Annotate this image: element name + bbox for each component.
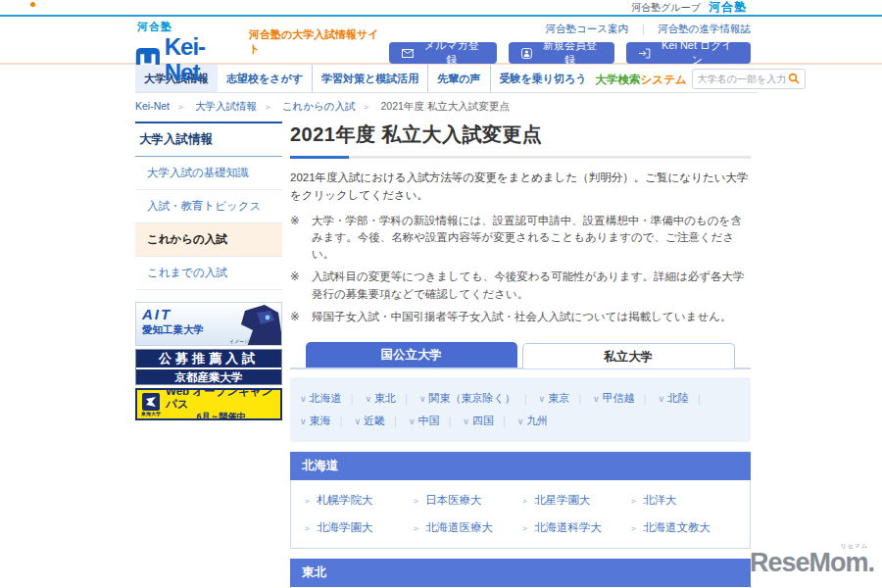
sidebar-menu-item[interactable]: 入試・教育トピックス bbox=[135, 190, 282, 223]
region-link[interactable]: 東京 bbox=[539, 392, 590, 404]
chevron-right-icon bbox=[629, 494, 643, 506]
note-item: 入試科目の変更等につきましても、今後変わる可能性があります。詳細は必ず各大学発行… bbox=[290, 269, 751, 303]
member-register-button[interactable]: 新規会員登録 bbox=[509, 42, 614, 64]
university-link[interactable]: 北洋大 bbox=[629, 493, 738, 508]
page: 河合塾グループ 河合塾 河合塾 Kei-Net 河合塾の大学入試情報サ bbox=[0, 0, 882, 588]
intro-text: 2021年度入試における入試方法等の変更をまとめました（判明分）。ご覧になりたい… bbox=[290, 170, 751, 205]
kawaijuku-logo-link[interactable]: 河合塾 bbox=[709, 0, 747, 16]
site-header: 河合塾 Kei-Net 河合塾の大学入試情報サイト 河合塾コース案内 ｜ bbox=[0, 17, 882, 65]
sidebar-menu-item[interactable]: これまでの入試 bbox=[135, 257, 282, 290]
banner-aichi-institute[interactable]: AIT 愛知工業大学 イメージキャラクター bbox=[135, 302, 282, 346]
university-search: 大学検索システム bbox=[596, 69, 806, 89]
university-link[interactable]: 北星学園大 bbox=[520, 493, 629, 508]
chevron-down-icon bbox=[593, 392, 603, 404]
tokai-university-label: 東海大学 bbox=[141, 411, 161, 416]
nav-item[interactable]: 先輩の声 bbox=[428, 65, 490, 92]
group-label: 河合塾グループ bbox=[631, 1, 701, 15]
link-separator: ｜ bbox=[638, 23, 648, 34]
chevron-down-icon bbox=[365, 392, 374, 404]
breadcrumb-item[interactable]: これからの入試 bbox=[282, 100, 378, 112]
chevron-right-icon bbox=[412, 521, 425, 533]
note-marker bbox=[290, 269, 312, 303]
breadcrumb-item[interactable]: 大学入試情報 bbox=[195, 100, 279, 112]
region-link[interactable]: 中国 bbox=[409, 415, 460, 426]
note-item: 大学・学部・学科の新設情報には、設置認可申請中、設置構想中・準備中のものを含みま… bbox=[290, 213, 751, 264]
breadcrumb-item[interactable]: 2021年度 私立大入試変更点 bbox=[381, 100, 510, 112]
person-icon bbox=[521, 48, 532, 59]
tab-private[interactable]: 私立大学 bbox=[522, 343, 736, 368]
university-link[interactable]: 日本医療大 bbox=[412, 493, 520, 508]
chevron-down-icon bbox=[354, 415, 364, 426]
header-links: 河合塾コース案内 ｜ 河合塾の進学情報誌 bbox=[546, 23, 751, 36]
region-link[interactable]: 北海道 bbox=[300, 392, 362, 404]
university-link[interactable]: 札幌学院大 bbox=[303, 493, 412, 508]
chevron-down-icon bbox=[463, 415, 472, 426]
login-icon bbox=[639, 48, 651, 59]
banner-web-open-campus[interactable]: 東海大学 Web オープンキャンパス 6月～開催中 bbox=[135, 388, 282, 420]
search-system-label-green: 大学検索 bbox=[596, 74, 641, 85]
university-link[interactable]: 北海道科学大 bbox=[520, 520, 629, 535]
resemom-watermark: リセマム ReseMom. bbox=[750, 548, 874, 578]
kyoto-university-name: 京都産業大学 bbox=[136, 368, 281, 385]
region-filter: 北海道 東北 関東（東京除く） 東京 甲信越 北陸 東海 近畿 中国 bbox=[290, 377, 751, 442]
login-label: Kei Net ログイン bbox=[657, 38, 738, 68]
keinet-logo-text: Kei-Net bbox=[165, 34, 239, 85]
nav-item[interactable]: 受験を乗り切ろう bbox=[491, 65, 596, 92]
note-marker bbox=[290, 309, 312, 325]
university-list-hokkaido: 札幌学院大 日本医療大 北星学園大 北洋大 北海学園大 北海道医療大 北海道科学… bbox=[290, 480, 751, 549]
main-content: 2021年度 私立大入試変更点 2021年度入試における入試方法等の変更をまとめ… bbox=[290, 122, 751, 588]
web-open-campus-title: Web オープンキャンパス bbox=[166, 388, 276, 411]
sidebar-title: 大学入試情報 bbox=[135, 122, 282, 157]
university-type-tabs: 国公立大学 私立大学 bbox=[290, 342, 751, 369]
tokai-university-icon bbox=[142, 393, 160, 411]
search-icon[interactable] bbox=[788, 73, 800, 84]
chevron-down-icon bbox=[517, 415, 527, 426]
search-system-label-orange: システム bbox=[641, 74, 687, 85]
sidebar: 大学入試情報 大学入試の基礎知識 入試・教育トピックス これからの入試 これまで… bbox=[135, 122, 282, 588]
region-link[interactable]: 近畿 bbox=[354, 415, 405, 426]
region-link[interactable]: 関東（東京除く） bbox=[419, 392, 536, 404]
brand-kawaijuku-label: 河合塾 bbox=[137, 20, 239, 34]
member-register-label: 新規会員登録 bbox=[538, 38, 602, 68]
chevron-down-icon bbox=[539, 392, 549, 404]
course-guide-link[interactable]: 河合塾コース案内 bbox=[546, 23, 629, 34]
kyoto-banner-title: 公募推薦入試 bbox=[136, 350, 281, 368]
section-header-hokkaido: 北海道 bbox=[290, 452, 751, 480]
region-link[interactable]: 九州 bbox=[517, 415, 549, 426]
region-link[interactable]: 四国 bbox=[463, 415, 514, 426]
sidebar-menu-item[interactable]: これからの入試 bbox=[135, 223, 282, 257]
page-title: 2021年度 私立大入試変更点 bbox=[290, 122, 751, 148]
web-open-campus-period: 6月～開催中 bbox=[196, 411, 245, 420]
mail-icon bbox=[402, 49, 414, 58]
breadcrumb-item[interactable]: Kei-Net bbox=[135, 100, 192, 112]
group-topbar: 河合塾グループ 河合塾 bbox=[0, 0, 882, 17]
university-link[interactable]: 北海学園大 bbox=[303, 520, 412, 535]
region-link[interactable]: 北陸 bbox=[658, 392, 709, 404]
logo-accent-dot bbox=[30, 2, 35, 7]
university-search-input[interactable] bbox=[698, 74, 788, 84]
section-header-tohoku: 東北 bbox=[290, 559, 751, 587]
tab-national-public[interactable]: 国公立大学 bbox=[306, 342, 517, 368]
notes-list: 大学・学部・学科の新設情報には、設置認可申請中、設置構想中・準備中のものを含みま… bbox=[290, 213, 751, 326]
mailmag-register-button[interactable]: メルマガ登録 bbox=[389, 42, 497, 64]
chevron-right-icon bbox=[303, 494, 317, 506]
nav-item[interactable]: 学習対策と模試活用 bbox=[313, 65, 428, 92]
resemom-ruby: リセマム bbox=[840, 542, 868, 551]
chevron-right-icon bbox=[303, 521, 317, 533]
note-item: 帰国子女入試・中国引揚者等子女入試・社会人入試については掲載していません。 bbox=[290, 309, 751, 325]
breadcrumb: Kei-Net 大学入試情報 これからの入試 2021年度 私立大入試変更点 bbox=[135, 100, 882, 114]
banner-kyoto-sangyo[interactable]: 公募推薦入試 京都産業大学 bbox=[135, 349, 282, 385]
magazine-link[interactable]: 河合塾の進学情報誌 bbox=[658, 23, 751, 34]
region-link[interactable]: 甲信越 bbox=[593, 392, 655, 404]
resemom-logo-text: ReseMom. bbox=[750, 548, 874, 577]
university-link[interactable]: 北海道文教大 bbox=[629, 520, 738, 535]
note-marker bbox=[290, 213, 312, 264]
login-button[interactable]: Kei Net ログイン bbox=[626, 42, 751, 64]
university-link[interactable]: 北海道医療大 bbox=[412, 520, 520, 535]
region-link[interactable]: 東海 bbox=[300, 415, 351, 426]
chevron-right-icon bbox=[520, 521, 534, 533]
sidebar-banners: AIT 愛知工業大学 イメージキャラクター 公募推薦入試 京都産業大学 bbox=[135, 302, 282, 420]
region-link[interactable]: 東北 bbox=[365, 392, 416, 404]
sidebar-menu-item[interactable]: 大学入試の基礎知識 bbox=[135, 157, 282, 190]
chevron-right-icon bbox=[520, 494, 534, 506]
